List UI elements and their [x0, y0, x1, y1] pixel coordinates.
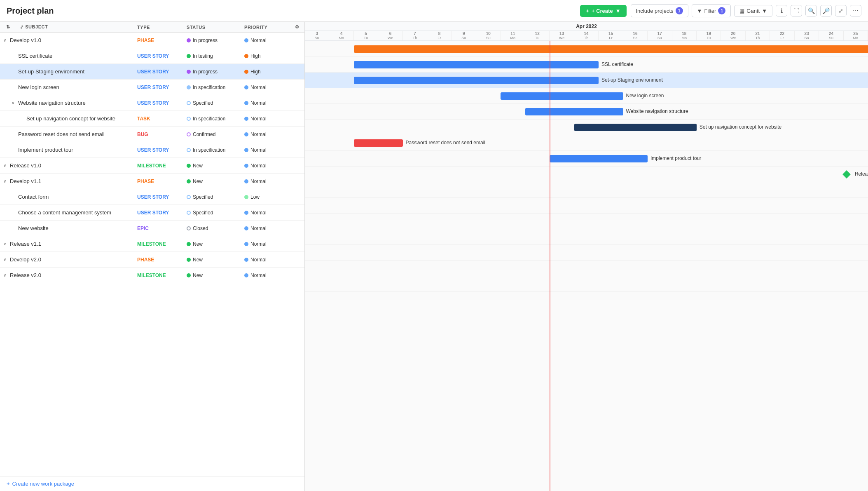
- settings-header[interactable]: ⚙: [290, 24, 304, 30]
- table-row[interactable]: ∨Release v1.1MILESTONENewNormal: [0, 236, 304, 252]
- table-row[interactable]: New websiteEPICClosedNormal: [0, 221, 304, 236]
- include-projects-button[interactable]: Include projects 1: [631, 4, 688, 17]
- subject-cell: ∨Develop v2.0: [0, 256, 137, 263]
- table-row[interactable]: ∨Website navigation structureUSER STORYS…: [0, 95, 304, 111]
- subject-label: SUBJECT: [25, 24, 48, 29]
- subject-text: Release v1.0: [10, 162, 41, 169]
- gantt-day: 8Fr: [427, 31, 452, 40]
- expand-icon[interactable]: ∨: [3, 38, 8, 42]
- table-row[interactable]: Password reset does not send emailBUGCon…: [0, 127, 304, 142]
- more-button[interactable]: ⋯: [850, 5, 861, 16]
- fullscreen-button[interactable]: ⛶: [791, 5, 802, 16]
- type-cell: USER STORY: [137, 194, 187, 200]
- day-name: Th: [584, 36, 589, 40]
- table-row[interactable]: Set-up Staging environmentUSER STORYIn p…: [0, 64, 304, 80]
- table-row[interactable]: New login screenUSER STORYIn specificati…: [0, 80, 304, 95]
- expand-icon[interactable]: ∨: [3, 179, 8, 183]
- day-name: We: [559, 36, 564, 40]
- status-text: Confirmed: [193, 132, 215, 137]
- subject-cell: New website: [0, 225, 137, 231]
- expand-icon[interactable]: ∨: [3, 242, 8, 246]
- table-row[interactable]: Implement product tourUSER STORYIn speci…: [0, 142, 304, 158]
- status-cell: Closed: [187, 226, 244, 231]
- gantt-day: 6We: [378, 31, 402, 40]
- filter-label: Filter: [704, 8, 716, 14]
- gantt-day: 20We: [721, 31, 745, 40]
- gantt-row: Implement product tour: [305, 151, 868, 167]
- priority-dot: [244, 38, 248, 42]
- table-row[interactable]: ∨Release v1.0MILESTONENewNormal: [0, 158, 304, 174]
- status-dot: [187, 242, 191, 246]
- subject-cell: Choose a content management system: [0, 209, 137, 216]
- gantt-bar: [574, 124, 697, 131]
- table-row[interactable]: ∨Develop v2.0PHASENewNormal: [0, 252, 304, 268]
- today-line: [550, 41, 550, 491]
- expand-icon[interactable]: ∨: [3, 257, 8, 262]
- table-row[interactable]: SSL certificateUSER STORYIn testingHigh: [0, 48, 304, 64]
- status-dot: [187, 195, 191, 199]
- status-text: Specified: [193, 194, 213, 200]
- subject-header: ⤤ SUBJECT: [16, 24, 137, 30]
- info-button[interactable]: ℹ: [776, 5, 787, 16]
- day-name: Su: [486, 36, 491, 40]
- gantt-day: 22Fr: [770, 31, 794, 40]
- gantt-label: Gantt: [746, 8, 760, 14]
- expand-icon[interactable]: ∨: [3, 163, 8, 168]
- fit-button[interactable]: ⤢: [835, 5, 847, 16]
- priority-cell: High: [244, 53, 290, 59]
- priority-dot: [244, 132, 248, 136]
- type-cell: MILESTONE: [137, 273, 187, 278]
- type-cell: USER STORY: [137, 210, 187, 216]
- table-row[interactable]: Set up navigation concept for websiteTAS…: [0, 111, 304, 127]
- filter-button[interactable]: ▼ Filter 1: [692, 4, 731, 17]
- create-button[interactable]: + + Create ▼: [580, 5, 626, 17]
- table-row[interactable]: Choose a content management systemUSER S…: [0, 205, 304, 221]
- priority-dot: [244, 70, 248, 74]
- type-cell: BUG: [137, 132, 187, 137]
- include-projects-label: Include projects: [636, 8, 674, 14]
- priority-dot: [244, 211, 248, 215]
- expand-icon[interactable]: ∨: [12, 101, 16, 105]
- status-dot: [187, 273, 191, 277]
- status-dot: [187, 70, 191, 74]
- status-text: In testing: [193, 53, 213, 59]
- priority-cell: Normal: [244, 241, 290, 247]
- gantt-bar: [501, 92, 623, 100]
- bar-label: Password reset does not send email: [406, 140, 485, 146]
- gantt-bar: [354, 77, 599, 84]
- gantt-day: 23Sa: [795, 31, 819, 40]
- priority-cell: Normal: [244, 163, 290, 169]
- gantt-row: Website navigation structure: [305, 104, 868, 120]
- create-label: + Create: [592, 8, 613, 14]
- table-row[interactable]: ∨Develop v1.0PHASEIn progressNormal: [0, 33, 304, 48]
- gantt-bar: [550, 155, 648, 162]
- day-num: 11: [510, 31, 515, 36]
- status-text: In specification: [193, 116, 225, 122]
- expand-icon[interactable]: ∨: [3, 273, 8, 277]
- gantt-row: Choose a content management system: [305, 214, 868, 229]
- zoom-out-button[interactable]: 🔎: [820, 5, 832, 16]
- subject-cell: ∨Release v2.0: [0, 272, 137, 278]
- app-container: Project plan + + Create ▼ Include projec…: [0, 0, 868, 491]
- table-row[interactable]: Contact formUSER STORYSpecifiedLow: [0, 189, 304, 205]
- day-name: Su: [657, 36, 662, 40]
- type-header: TYPE: [137, 25, 187, 30]
- type-cell: PHASE: [137, 257, 187, 263]
- priority-text: Normal: [250, 85, 267, 90]
- gantt-day: 19Tu: [697, 31, 721, 40]
- bar-label: Website navigation structure: [626, 108, 688, 114]
- table-row[interactable]: ∨Release v2.0MILESTONENewNormal: [0, 268, 304, 283]
- gantt-days-row: 3Su4Mo5Tu6We7Th8Fr9Sa10Su11Mo12Tu13We14T…: [305, 31, 868, 41]
- status-cell: Specified: [187, 194, 244, 200]
- gantt-button[interactable]: ▦ Gantt ▼: [734, 5, 772, 17]
- add-work-package-button[interactable]: + Create new work package: [0, 476, 304, 491]
- gantt-icon: ▦: [739, 8, 744, 14]
- table-row[interactable]: ∨Develop v1.1PHASENewNormal: [0, 174, 304, 189]
- day-name: Mo: [510, 36, 515, 40]
- status-dot: [187, 101, 191, 105]
- sort-icon[interactable]: ⇅: [0, 24, 16, 30]
- day-name: Th: [413, 36, 417, 40]
- bar-label: New login screen: [626, 93, 664, 99]
- day-num: 7: [414, 31, 416, 36]
- zoom-in-button[interactable]: 🔍: [805, 5, 817, 16]
